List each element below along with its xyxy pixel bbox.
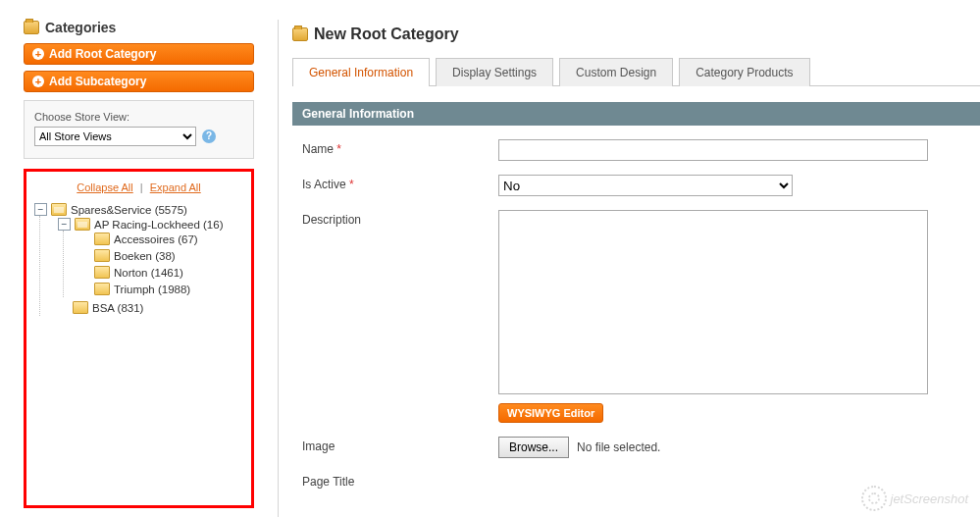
tree-node[interactable]: Boeken (38) <box>79 249 243 262</box>
folder-open-icon <box>51 203 67 216</box>
collapse-icon[interactable]: − <box>34 203 47 216</box>
folder-icon <box>292 27 308 41</box>
folder-icon <box>94 249 110 262</box>
separator: | <box>140 181 143 193</box>
name-label: Name <box>302 142 334 156</box>
collapse-all-link[interactable]: Collapse All <box>77 181 132 193</box>
tree-node[interactable]: Norton (1461) <box>79 266 243 279</box>
image-label: Image <box>302 439 335 453</box>
wysiwyg-editor-button[interactable]: WYSIWYG Editor <box>498 403 603 423</box>
categories-heading: Categories <box>24 20 254 35</box>
tab-general-information[interactable]: General Information <box>292 58 430 86</box>
tree-elbow <box>79 250 90 261</box>
add-root-category-button[interactable]: + Add Root Category <box>24 43 254 65</box>
tree-node-label: Spares&Service (5575) <box>71 204 187 216</box>
tree-node[interactable]: BSA (831) <box>58 301 243 314</box>
image-browse-button[interactable]: Browse... <box>498 437 569 458</box>
folder-icon <box>94 283 110 295</box>
tab-category-products[interactable]: Category Products <box>679 58 809 86</box>
category-tree: − Spares&Service (5575) − AP Racing-Lock… <box>34 201 243 318</box>
required-marker: * <box>349 178 354 191</box>
tab-display-settings[interactable]: Display Settings <box>436 58 553 86</box>
tree-node-root[interactable]: − Spares&Service (5575) <box>34 203 243 216</box>
tree-node-label: Triumph (1988) <box>114 284 190 295</box>
tree-node-label: Boeken (38) <box>114 250 176 262</box>
add-subcategory-label: Add Subcategory <box>49 75 146 88</box>
tree-node-label: Accessoires (67) <box>114 233 198 245</box>
tree-node-label: BSA (831) <box>92 302 143 314</box>
folder-icon <box>94 233 110 245</box>
plus-icon: + <box>32 76 44 87</box>
tree-node-label: AP Racing-Lockheed (16) <box>94 219 223 231</box>
description-field[interactable] <box>498 210 928 394</box>
section-heading: General Information <box>292 102 980 126</box>
help-icon[interactable]: ? <box>202 129 216 143</box>
add-root-category-label: Add Root Category <box>49 47 156 61</box>
store-view-box: Choose Store View: All Store Views ? <box>24 100 254 159</box>
collapse-icon[interactable]: − <box>58 218 71 231</box>
tree-elbow <box>79 267 90 278</box>
tab-bar: General Information Display Settings Cus… <box>292 57 980 86</box>
tree-node[interactable]: Accessoires (67) <box>79 233 243 245</box>
tree-elbow <box>79 284 90 294</box>
tab-custom-design[interactable]: Custom Design <box>559 58 673 86</box>
tree-elbow <box>79 233 90 244</box>
store-view-select[interactable]: All Store Views <box>34 127 196 146</box>
tree-elbow <box>58 302 69 313</box>
add-subcategory-button[interactable]: + Add Subcategory <box>24 71 254 92</box>
required-marker: * <box>336 142 341 156</box>
folder-icon <box>73 301 88 314</box>
folder-open-icon <box>75 218 90 231</box>
categories-heading-text: Categories <box>45 20 116 35</box>
is-active-select[interactable]: No <box>498 175 793 196</box>
page-title-label: Page Title <box>302 475 354 489</box>
store-view-label: Choose Store View: <box>34 111 243 123</box>
description-label: Description <box>302 213 361 227</box>
tree-node[interactable]: − AP Racing-Lockheed (16) <box>58 218 243 231</box>
category-tree-panel: Collapse All | Expand All − Spares&Servi… <box>24 169 254 508</box>
is-active-label: Is Active <box>302 178 346 191</box>
tree-node-label: Norton (1461) <box>114 267 183 279</box>
expand-all-link[interactable]: Expand All <box>150 181 201 193</box>
image-file-status: No file selected. <box>577 440 660 454</box>
wysiwyg-editor-label: WYSIWYG Editor <box>507 407 594 419</box>
tree-node[interactable]: Triumph (1988) <box>79 283 243 295</box>
name-field[interactable] <box>498 139 928 161</box>
folder-icon <box>94 266 110 279</box>
folder-icon <box>24 21 39 34</box>
plus-icon: + <box>32 48 44 60</box>
page-title: New Root Category <box>314 26 459 43</box>
